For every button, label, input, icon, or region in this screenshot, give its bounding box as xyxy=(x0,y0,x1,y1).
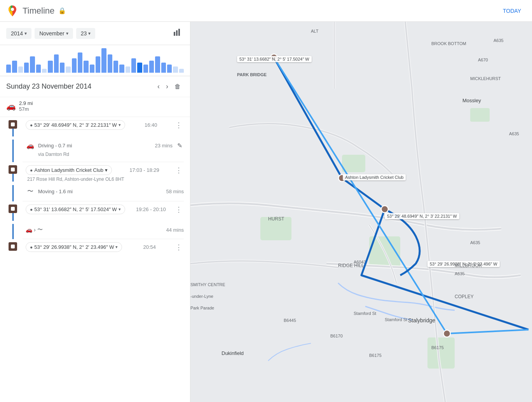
place-1-address: 217 Rose Hill Rd, Ashton-under-Lyne OL6 … xyxy=(26,175,184,182)
driving-segment-1: 🚗 Driving - 0.7 mi 23 mins ✎ via Darnton… xyxy=(0,140,190,162)
place-1-more-button[interactable]: ⋮ xyxy=(174,167,184,174)
delete-day-button[interactable]: 🗑 xyxy=(171,82,184,92)
svg-text:A635: A635 xyxy=(470,240,480,245)
lock-icon: 🔒 xyxy=(58,7,66,14)
map-label-micklehurst: MICKLEHURST xyxy=(470,76,501,81)
mixed-walk-icon: 〜 xyxy=(37,226,43,233)
header: Timeline 🔒 TODAY xyxy=(0,0,532,22)
day-header: Sunday 23 November 2014 ‹ › 🗑 xyxy=(0,76,190,97)
stop-4-more-button[interactable]: ⋮ xyxy=(174,244,184,251)
svg-point-24 xyxy=(381,206,388,213)
svg-rect-8 xyxy=(427,337,455,369)
moving-label: Moving - 1.6 mi xyxy=(38,189,163,194)
svg-rect-6 xyxy=(342,155,365,172)
driving-1-label: Driving - 0.7 mi xyxy=(38,143,152,149)
map-label-brook-bottom: BROOK BOTTOM xyxy=(431,41,466,46)
year-chevron-icon: ▾ xyxy=(24,31,27,36)
chart-bar-4 xyxy=(30,56,35,73)
chart-bar-19 xyxy=(119,65,124,73)
map-label-mossley: Mossley xyxy=(462,98,481,103)
chart-bar-6 xyxy=(42,69,47,73)
chart-bar-26 xyxy=(161,63,166,73)
year-dropdown[interactable]: 2014 ▾ xyxy=(6,28,31,39)
stop-1-coords-chip[interactable]: ● 53° 29′ 48.6949″ N, 2° 3′ 22.2131″ W ▾ xyxy=(26,120,125,130)
place-1-time: 17:03 - 18:29 xyxy=(129,167,159,173)
moving-icon: 〜 xyxy=(26,187,35,196)
stop-marker-2 xyxy=(9,165,17,174)
stats-text: 2.9 mi 57m xyxy=(19,100,33,112)
next-day-button[interactable]: › xyxy=(163,81,171,92)
driving-1-edit-button[interactable]: ✎ xyxy=(176,142,184,149)
chart-bar-27 xyxy=(167,65,172,73)
driving-line-col xyxy=(3,140,23,162)
place-1-content: ● Ashton Ladysmith Cricket Club ▾ 17:03 … xyxy=(23,165,184,182)
moving-vert-line xyxy=(12,185,14,201)
mixed-row: 🚗 › 〜 44 mins xyxy=(26,224,184,236)
day-title: Sunday 23 November 2014 xyxy=(6,82,154,91)
chart-bar-3 xyxy=(24,63,29,73)
driving-car-icon: 🚗 xyxy=(26,142,35,149)
chart-view-button[interactable] xyxy=(171,26,184,41)
prev-day-button[interactable]: ‹ xyxy=(154,81,163,92)
svg-text:A635: A635 xyxy=(509,131,519,136)
vertical-line-3 xyxy=(12,213,14,221)
map-coord-label-1: 53° 31′ 13.6682″ N, 2° 5′ 17.5024″ W xyxy=(237,56,312,62)
stop-3-coords-chip[interactable]: ● 53° 31′ 13.6682″ N, 2° 5′ 17.5024″ W ▾ xyxy=(26,204,125,214)
moving-row: 〜 Moving - 1.6 mi 58 mins xyxy=(26,185,184,198)
stop-1-more-button[interactable]: ⋮ xyxy=(174,122,184,129)
map-label-park-parade: Park Parade xyxy=(190,306,214,310)
map-place-parkbridge: PARK BRIDGE xyxy=(237,72,267,77)
chart-bar-2 xyxy=(18,66,23,73)
activity-chart xyxy=(0,45,190,76)
car-icon: 🚗 xyxy=(6,101,16,111)
svg-rect-2 xyxy=(176,30,178,36)
chart-bar-13 xyxy=(84,61,88,73)
today-button[interactable]: TODAY xyxy=(498,5,526,16)
mixed-arrow-icon: › xyxy=(34,227,36,233)
svg-text:A635: A635 xyxy=(494,38,504,43)
chart-bar-23 xyxy=(143,65,148,73)
mixed-segment: 🚗 › 〜 44 mins xyxy=(0,224,190,239)
map-area[interactable]: A670 A635 A635 A635 A635 A6043 B6445 B61… xyxy=(190,22,532,402)
svg-rect-3 xyxy=(178,29,180,36)
svg-point-0 xyxy=(11,8,14,11)
chart-bar-28 xyxy=(173,66,178,73)
map-label-millbrook: MILLBROOK xyxy=(455,263,482,268)
chart-bar-5 xyxy=(36,65,41,73)
chart-bar-0 xyxy=(6,65,11,73)
svg-rect-9 xyxy=(470,108,490,122)
chart-bar-12 xyxy=(78,52,82,73)
month-chevron-icon: ▾ xyxy=(66,31,68,36)
map-label-ridge-hill: RIDGE HILL xyxy=(338,263,364,268)
chart-bar-9 xyxy=(60,63,65,73)
month-dropdown[interactable]: November ▾ xyxy=(35,28,73,39)
chart-bar-11 xyxy=(72,58,77,73)
chart-bar-29 xyxy=(179,69,184,73)
timeline-stop-4: ● 53° 29′ 26.9938″ N, 2° 2′ 23.496″ W ▾ … xyxy=(0,239,190,255)
stop-3-more-button[interactable]: ⋮ xyxy=(174,206,184,213)
driving-1-content: 🚗 Driving - 0.7 mi 23 mins ✎ via Darnton… xyxy=(23,140,184,162)
map-label-copley: COPLEY xyxy=(455,294,474,299)
stop-3-chevron-icon: ▾ xyxy=(119,207,121,212)
sidebar: 2014 ▾ November ▾ 23 ▾ xyxy=(0,22,190,402)
svg-text:B6175: B6175 xyxy=(369,353,382,358)
place-1-row: ● Ashton Ladysmith Cricket Club ▾ 17:03 … xyxy=(26,165,184,175)
place-1-chevron-icon: ▾ xyxy=(105,167,108,173)
place-1-chip[interactable]: ● Ashton Ladysmith Cricket Club ▾ xyxy=(26,165,112,175)
chart-bar-1 xyxy=(12,61,17,73)
map-label-dukinfield: Dukinfield xyxy=(222,350,244,356)
stop-1-time: 16:40 xyxy=(145,122,157,128)
svg-text:B6175: B6175 xyxy=(431,345,444,350)
bar-chart-icon xyxy=(173,28,181,37)
driving-1-via: via Darnton Rd xyxy=(26,152,184,159)
timeline-line-col-1 xyxy=(3,120,23,136)
timeline-place-1: ● Ashton Ladysmith Cricket Club ▾ 17:03 … xyxy=(0,162,190,185)
day-dropdown[interactable]: 23 ▾ xyxy=(76,28,96,39)
stop-4-coords-chip[interactable]: ● 53° 29′ 26.9938″ N, 2° 2′ 23.496″ W ▾ xyxy=(26,242,122,252)
header-left: Timeline 🔒 xyxy=(6,5,66,17)
mixed-content: 🚗 › 〜 44 mins xyxy=(23,224,184,239)
chart-bar-17 xyxy=(108,54,112,73)
moving-line-col xyxy=(3,185,23,201)
map-label-smithy-centre: SMITHY CENTRE xyxy=(190,282,225,287)
map-coord-label-cricket: Ashton Ladysmith Cricket Club xyxy=(343,174,406,180)
